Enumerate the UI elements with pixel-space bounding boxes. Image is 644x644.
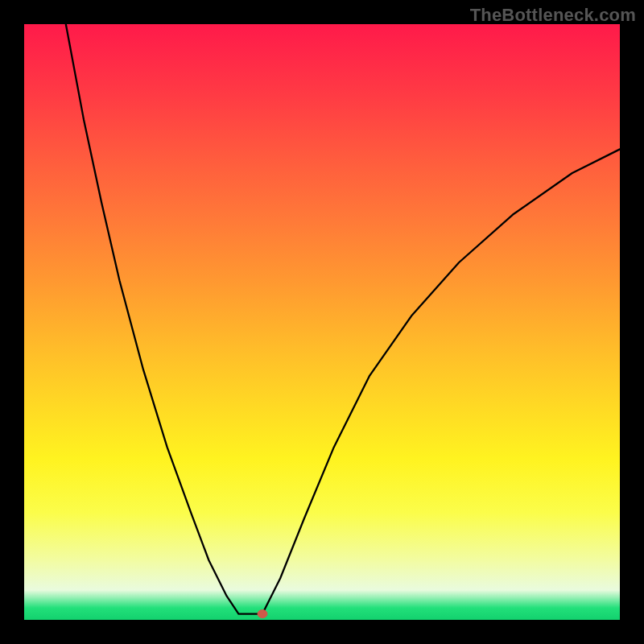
plot-area	[24, 24, 620, 620]
chart-frame: TheBottleneck.com	[0, 0, 644, 644]
bottleneck-curve	[66, 24, 620, 614]
min-marker	[258, 610, 267, 618]
curve-layer	[24, 24, 620, 620]
curve-group	[66, 24, 620, 614]
watermark-text: TheBottleneck.com	[470, 5, 636, 26]
